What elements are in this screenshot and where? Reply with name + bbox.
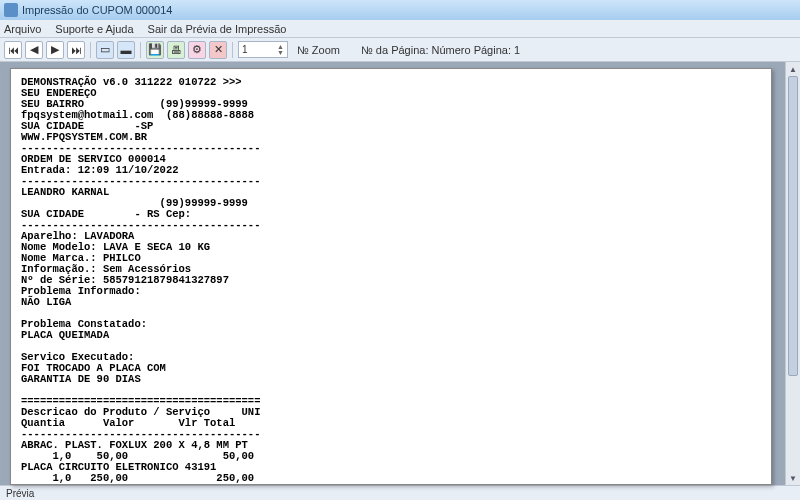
separator xyxy=(140,42,141,58)
save-button[interactable]: 💾 xyxy=(146,41,164,59)
receipt-text: DEMONSTRAÇÃO v6.0 311222 010722 >>> SEU … xyxy=(11,69,771,485)
zoom-value: 1 xyxy=(242,44,248,55)
close-button[interactable]: ✕ xyxy=(209,41,227,59)
zoom-label: № Zoom xyxy=(297,44,340,56)
preview-area: DEMONSTRAÇÃO v6.0 311222 010722 >>> SEU … xyxy=(0,62,800,485)
zoom-width-button[interactable]: ▬ xyxy=(117,41,135,59)
separator xyxy=(232,42,233,58)
statusbar: Prévia xyxy=(0,485,800,500)
print-button[interactable]: 🖶 xyxy=(167,41,185,59)
scroll-thumb[interactable] xyxy=(788,76,798,376)
menu-sair[interactable]: Sair da Prévia de Impressão xyxy=(148,23,287,35)
separator xyxy=(90,42,91,58)
first-page-button[interactable]: ⏮ xyxy=(4,41,22,59)
spinner-icon[interactable]: ▲▼ xyxy=(277,44,284,56)
vertical-scrollbar[interactable]: ▲ ▼ xyxy=(785,62,800,485)
setup-button[interactable]: ⚙ xyxy=(188,41,206,59)
menu-suporte[interactable]: Suporte e Ajuda xyxy=(55,23,133,35)
status-text: Prévia xyxy=(6,488,34,499)
menu-arquivo[interactable]: Arquivo xyxy=(4,23,41,35)
scroll-down-icon[interactable]: ▼ xyxy=(786,471,800,485)
next-page-button[interactable]: ▶ xyxy=(46,41,64,59)
zoom-input[interactable]: 1 ▲▼ xyxy=(238,41,288,58)
window-title: Impressão do CUPOM 000014 xyxy=(22,4,172,16)
page-label: № da Página: xyxy=(361,44,428,56)
titlebar: Impressão do CUPOM 000014 xyxy=(0,0,800,20)
page-preview: DEMONSTRAÇÃO v6.0 311222 010722 >>> SEU … xyxy=(10,68,772,485)
toolbar: ⏮ ◀ ▶ ⏭ ▭ ▬ 💾 🖶 ⚙ ✕ 1 ▲▼ № Zoom № da Pág… xyxy=(0,38,800,62)
last-page-button[interactable]: ⏭ xyxy=(67,41,85,59)
scroll-up-icon[interactable]: ▲ xyxy=(786,62,800,76)
app-icon xyxy=(4,3,18,17)
menubar: Arquivo Suporte e Ajuda Sair da Prévia d… xyxy=(0,20,800,38)
prev-page-button[interactable]: ◀ xyxy=(25,41,43,59)
page-value: Número Página: 1 xyxy=(431,44,520,56)
zoom-page-button[interactable]: ▭ xyxy=(96,41,114,59)
